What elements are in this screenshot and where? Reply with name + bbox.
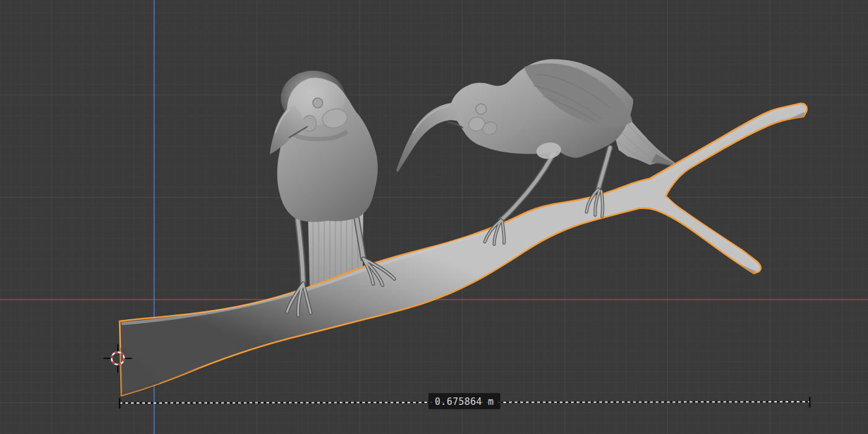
bird-right-eye: [476, 104, 487, 115]
viewport: 0.675864 m: [0, 0, 868, 434]
bird-left-eye: [313, 98, 323, 108]
measure-label: 0.675864 m: [435, 396, 494, 407]
